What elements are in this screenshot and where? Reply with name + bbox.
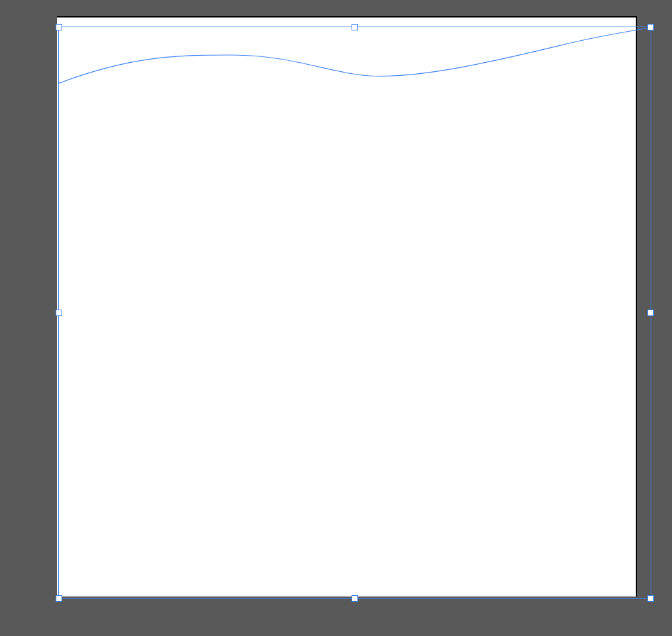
- selection-handle-middle-right[interactable]: [647, 310, 654, 316]
- artboard[interactable]: [57, 16, 637, 596]
- selection-handle-middle-left[interactable]: [56, 310, 62, 316]
- selection-handle-bottom-left[interactable]: [56, 595, 62, 602]
- canvas-workspace[interactable]: [31, 0, 612, 601]
- selection-handle-top-left[interactable]: [56, 24, 62, 30]
- selection-handle-bottom-middle[interactable]: [352, 595, 358, 602]
- selection-handle-top-middle[interactable]: [352, 24, 358, 30]
- selection-handle-top-right[interactable]: [647, 24, 654, 30]
- selection-handle-bottom-right[interactable]: [647, 595, 654, 602]
- artboard-background: [57, 17, 636, 596]
